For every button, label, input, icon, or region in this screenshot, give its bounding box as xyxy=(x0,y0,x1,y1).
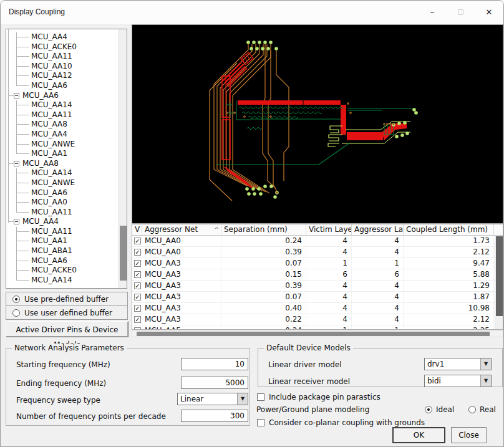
visible-checkbox[interactable]: ✓ xyxy=(134,271,141,278)
column-header[interactable]: Separation (mm) xyxy=(221,224,306,235)
tree-item[interactable]: MCU_ANWE xyxy=(6,178,118,188)
close-icon[interactable]: ✕ xyxy=(476,1,502,24)
tree-item[interactable]: MCU_AA14 xyxy=(6,168,118,178)
table-row[interactable]: ✓MCU_AA30.404410.98 xyxy=(132,303,503,314)
column-header[interactable]: Coupled Length (mm) xyxy=(404,224,494,235)
linear-driver-model-select[interactable]: drv1 ▼ xyxy=(424,358,492,370)
aggressor-net-cell: MCU_AA0 xyxy=(142,236,221,246)
visible-checkbox[interactable]: ✓ xyxy=(134,316,141,323)
tree-connector xyxy=(16,183,29,183)
chevron-down-icon[interactable]: ▼ xyxy=(237,393,248,405)
tree-item[interactable]: MCU_AA8 xyxy=(6,159,118,169)
aggressor-net-cell: MCU_AA3 xyxy=(142,303,221,314)
pcb-layout-viewer[interactable] xyxy=(132,24,503,224)
tree-item[interactable]: MCU_AA11 xyxy=(6,227,118,237)
column-header[interactable]: V xyxy=(132,224,142,235)
tree-item[interactable]: MCU_AA11 xyxy=(6,110,118,120)
tree-item[interactable]: MCU_ANWE xyxy=(6,140,118,150)
tree-connector xyxy=(16,153,29,154)
tree-item-label: MCU_AA11 xyxy=(31,52,72,62)
active-driver-pins-button[interactable]: Active Driver Pins & Device Models xyxy=(6,321,128,337)
linear-receiver-model-select[interactable]: bidi ▼ xyxy=(424,375,492,387)
tree-item[interactable]: MCU_AA11 xyxy=(6,52,118,62)
ending-frequency-input[interactable] xyxy=(181,377,248,389)
collapse-icon[interactable] xyxy=(14,93,19,99)
tree-item[interactable]: MCU_AA4 xyxy=(6,217,118,227)
chevron-down-icon[interactable]: ▼ xyxy=(480,358,491,370)
visible-checkbox[interactable]: ✓ xyxy=(134,238,141,244)
table-row[interactable]: ✓MCU_AA00.24441.73 xyxy=(132,236,503,247)
table-horizontal-scrollbar[interactable] xyxy=(132,330,503,337)
radio-icon[interactable] xyxy=(12,309,20,317)
victim-layer-cell: 4 xyxy=(306,303,352,314)
tree-item[interactable]: MCU_ACKE0 xyxy=(6,266,118,276)
tree-item[interactable]: MCU_AA6 xyxy=(6,256,118,266)
predefined-buffer-option[interactable]: Use pre-defined buffer model xyxy=(6,292,128,306)
tree-item[interactable]: MCU_ABA1 xyxy=(6,246,118,256)
table-hscrollbar-thumb[interactable] xyxy=(137,332,490,336)
close-button[interactable]: Close xyxy=(451,427,487,443)
table-row[interactable]: ✓MCU_AA30.39441.29 xyxy=(132,281,503,292)
ideal-radio[interactable] xyxy=(425,406,432,413)
tree-item[interactable]: MCU_AA4 xyxy=(6,32,118,42)
tree-item[interactable]: MCU_AA6 xyxy=(6,188,118,198)
minimize-icon[interactable]: – xyxy=(419,1,445,24)
chevron-down-icon[interactable]: ▼ xyxy=(480,375,491,387)
starting-frequency-input[interactable] xyxy=(181,358,248,370)
visible-checkbox[interactable]: ✓ xyxy=(134,260,141,267)
tree-item[interactable]: MCU_ACKE0 xyxy=(6,42,118,52)
tree-item[interactable]: MCU_AA4 xyxy=(6,130,118,140)
column-header[interactable]: Aggressor Net^ xyxy=(142,224,221,235)
table-row[interactable]: ✓MCU_AA30.15665.88 xyxy=(132,269,503,281)
include-package-checkbox[interactable] xyxy=(257,393,264,401)
tree-item-label: MCU_AA12 xyxy=(31,71,72,81)
tree-item[interactable]: MCU_AA6 xyxy=(6,91,118,101)
ok-button[interactable]: OK xyxy=(392,427,445,443)
frequency-sweep-type-select[interactable]: Linear ▼ xyxy=(177,393,248,405)
tree-item[interactable]: MCU_AA1 xyxy=(6,236,118,246)
table-vertical-scrollbar[interactable] xyxy=(495,236,503,329)
title-bar[interactable]: Display Coupling – ✕ xyxy=(1,1,503,24)
separation-cell: 0.22 xyxy=(221,314,306,325)
table-row[interactable]: ✓MCU_AA30.07441.87 xyxy=(132,292,503,303)
column-header[interactable]: Victim Layer xyxy=(306,224,352,235)
radio-icon[interactable] xyxy=(12,296,20,303)
tree-item[interactable]: MCU_AA0 xyxy=(6,198,118,208)
coplanar-coupling-checkbox[interactable] xyxy=(257,419,264,426)
net-tree[interactable]: MCU_AA4MCU_ACKE0MCU_AA11MCU_AA10MCU_AA12… xyxy=(6,29,127,289)
tree-item[interactable]: MCU_AA14 xyxy=(6,276,118,286)
userdefined-buffer-option[interactable]: Use user defined buffer model xyxy=(6,305,128,320)
visible-checkbox[interactable]: ✓ xyxy=(134,282,141,289)
linear-receiver-model-value: bidi xyxy=(425,375,480,387)
visible-checkbox[interactable]: ✓ xyxy=(134,305,141,312)
tree-item[interactable]: MCU_AA8 xyxy=(6,120,118,130)
collapse-icon[interactable] xyxy=(14,219,19,224)
network-analysis-title: Network Analysis Parameters xyxy=(12,344,127,352)
tree-item[interactable]: MCU_AA6 xyxy=(6,81,118,91)
coupled-length-cell: 9.47 xyxy=(404,258,494,269)
visible-checkbox[interactable]: ✓ xyxy=(134,327,141,330)
table-row[interactable]: ✓MCU_AA30.22442.12 xyxy=(132,314,503,325)
table-row[interactable]: ✓MCU_AA50.24112.25 xyxy=(132,325,503,330)
frequency-points-input[interactable] xyxy=(181,410,248,422)
table-scrollbar-thumb[interactable] xyxy=(496,236,503,316)
tree-item[interactable]: MCU_AA14 xyxy=(6,100,118,110)
tree-item[interactable]: MCU_AA12 xyxy=(6,71,118,81)
tree-vertical-scrollbar[interactable] xyxy=(119,29,127,288)
tree-item[interactable]: MCU_AA1 xyxy=(6,149,118,159)
column-header[interactable]: Aggressor Layer xyxy=(352,224,404,235)
aggressor-layer-cell: 4 xyxy=(352,236,404,246)
collapse-icon[interactable] xyxy=(14,161,19,166)
visible-checkbox[interactable]: ✓ xyxy=(134,249,141,256)
table-row[interactable]: ✓MCU_AA00.39442.12 xyxy=(132,247,503,258)
tree-item[interactable]: MCU_AA10 xyxy=(6,62,118,72)
table-row[interactable]: ✓MCU_AA30.07119.47 xyxy=(132,258,503,269)
tree-scrollbar-thumb[interactable] xyxy=(120,226,127,281)
tree-item-label: MCU_AA14 xyxy=(31,168,72,178)
visible-checkbox[interactable]: ✓ xyxy=(134,294,141,300)
coupling-table[interactable]: VAggressor Net^Separation (mm)Victim Lay… xyxy=(132,224,503,330)
separation-cell: 0.07 xyxy=(221,292,306,302)
real-radio[interactable] xyxy=(468,406,476,413)
tree-item[interactable]: MCU_AA11 xyxy=(6,208,118,218)
ending-frequency-label: Ending frequency (MHz) xyxy=(16,379,106,388)
